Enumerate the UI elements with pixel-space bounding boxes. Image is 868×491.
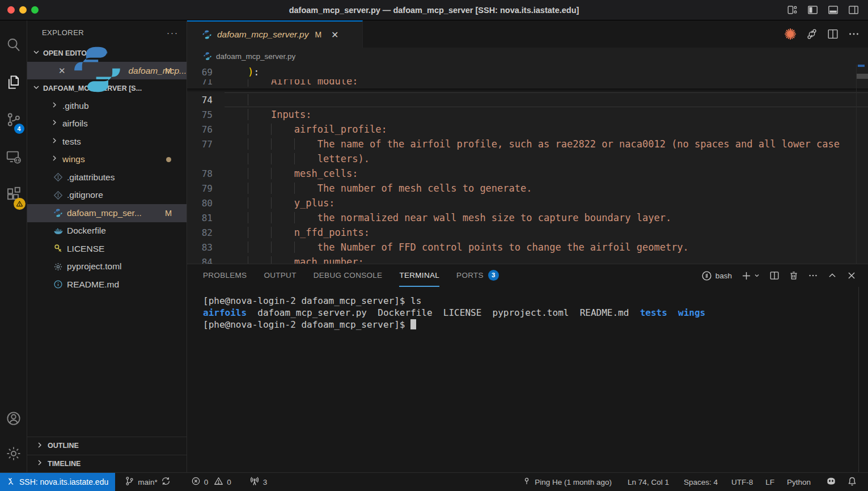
- timeline-section-header[interactable]: TIMELINE: [27, 455, 187, 473]
- line-number: 82: [187, 227, 225, 238]
- breadcrumb[interactable]: dafoam_mcp_server.py: [187, 48, 868, 65]
- split-editor-icon[interactable]: [827, 28, 839, 40]
- tree-item-airfoils[interactable]: airfoils: [27, 115, 187, 133]
- blame-commit-icon: [522, 477, 531, 488]
- editor-tab[interactable]: dafoam_mcp_server.py M ✕: [187, 20, 363, 48]
- new-terminal-button[interactable]: [741, 270, 760, 281]
- panel-tab-terminal[interactable]: TERMINAL: [399, 264, 439, 287]
- shell-label: bash: [715, 272, 732, 280]
- terminal[interactable]: [phe@nova-login-2 dafoam_mcp_server]$ ls…: [187, 287, 868, 472]
- split-terminal-icon[interactable]: [769, 270, 780, 281]
- problems-indicator[interactable]: 0 0: [186, 473, 236, 491]
- toggle-secondary-sidebar-icon[interactable]: [848, 5, 859, 15]
- line-number: 71: [187, 79, 225, 87]
- code-line-80: 80 y_plus:: [187, 196, 868, 210]
- remote-indicator[interactable]: SSH: nova.its.iastate.edu: [0, 473, 115, 491]
- tree-item-label: tests: [62, 137, 81, 147]
- panel-more-actions-icon[interactable]: [808, 270, 818, 281]
- remote-explorer-view-button[interactable]: [0, 139, 27, 177]
- modified-region-marker: [858, 65, 865, 67]
- tree-item-readme-md[interactable]: README.md: [27, 276, 187, 294]
- tree-item-wings[interactable]: wings: [27, 151, 187, 169]
- copilot-icon: [825, 476, 837, 489]
- tree-item-dockerfile[interactable]: Dockerfile: [27, 222, 187, 240]
- code-line-83: 83 the Number of FFD control points to c…: [187, 240, 868, 255]
- ports-indicator[interactable]: 3: [244, 473, 273, 491]
- notifications-indicator[interactable]: [842, 473, 862, 491]
- explorer-more-actions-icon[interactable]: ···: [167, 28, 179, 37]
- tree-item-label: Dockerfile: [67, 226, 106, 236]
- close-panel-icon[interactable]: [846, 270, 857, 281]
- scrollbar-thumb[interactable]: [857, 74, 868, 79]
- panel-tab-debug-console[interactable]: DEBUG CONSOLE: [314, 264, 383, 287]
- file-tree: .githubairfoilstestswings.gitattributes.…: [27, 97, 187, 294]
- code-editor[interactable]: 69 ): 71 Airfoil module: 74 75 Inputs:76…: [187, 65, 868, 264]
- indentation-indicator[interactable]: Spaces: 4: [679, 473, 723, 491]
- encoding-indicator[interactable]: UTF-8: [726, 473, 758, 491]
- tree-item--gitattributes[interactable]: .gitattributes: [27, 168, 187, 187]
- cursor-position-indicator[interactable]: Ln 74, Col 1: [623, 473, 674, 491]
- open-editor-item[interactable]: ✕ dafoam_mcp... M: [27, 62, 187, 79]
- sync-icon[interactable]: [161, 476, 171, 488]
- python-icon: [202, 29, 212, 40]
- customize-layout-icon[interactable]: [787, 5, 798, 15]
- kill-terminal-icon[interactable]: [789, 270, 799, 281]
- tree-item--github[interactable]: .github: [27, 97, 187, 115]
- breadcrumb-filename: dafoam_mcp_server.py: [216, 52, 295, 61]
- key-icon: [53, 244, 63, 253]
- search-view-button[interactable]: [0, 27, 27, 65]
- branch-indicator[interactable]: main*: [120, 473, 176, 491]
- code-line-81: 81 the normalized near wall mesh size to…: [187, 210, 868, 225]
- chevron-right-icon: [50, 136, 59, 147]
- panel-tab-output[interactable]: OUTPUT: [264, 264, 296, 287]
- tree-item-dafoam-mcp-ser-[interactable]: dafoam_mcp_ser...M: [27, 204, 187, 222]
- info-icon: [53, 280, 63, 289]
- terminal-scrollbar[interactable]: [858, 287, 859, 472]
- bottom-panel: PROBLEMSOUTPUTDEBUG CONSOLETERMINALPORTS…: [187, 264, 868, 472]
- tree-item-license[interactable]: LICENSE: [27, 240, 187, 258]
- tree-item-label: .github: [62, 101, 89, 111]
- close-window-button[interactable]: [7, 6, 15, 14]
- git-blame-indicator[interactable]: Ping He (1 month ago): [517, 473, 617, 491]
- tree-item-label: pyproject.toml: [67, 261, 121, 272]
- eol-indicator[interactable]: LF: [760, 473, 780, 491]
- zoom-window-button[interactable]: [31, 6, 39, 14]
- minimize-window-button[interactable]: [19, 6, 27, 14]
- explorer-view-button[interactable]: [0, 65, 27, 102]
- ports-count-badge: 3: [488, 270, 499, 281]
- line-number: 81: [187, 213, 225, 223]
- starburst-extension-icon[interactable]: [784, 27, 797, 41]
- extensions-view-button[interactable]: [0, 177, 27, 214]
- open-editor-filename: dafoam_mcp...: [128, 66, 187, 76]
- line-number: 77: [187, 139, 225, 150]
- modified-badge: M: [165, 209, 172, 218]
- outline-section-header[interactable]: OUTLINE: [27, 437, 187, 455]
- language-mode-indicator[interactable]: Python: [782, 473, 816, 491]
- accounts-button[interactable]: [0, 402, 27, 437]
- toggle-sidebar-icon[interactable]: [807, 5, 818, 15]
- panel-tab-label: PROBLEMS: [203, 271, 247, 280]
- more-actions-icon[interactable]: [848, 28, 860, 40]
- panel-tab-ports[interactable]: PORTS3: [456, 264, 499, 287]
- editor-scrollbar[interactable]: [856, 65, 868, 264]
- tree-item-tests[interactable]: tests: [27, 133, 187, 151]
- tree-item-label: .gitignore: [67, 190, 103, 200]
- tree-item--gitignore[interactable]: .gitignore: [27, 187, 187, 205]
- toggle-panel-icon[interactable]: [828, 5, 839, 15]
- maximize-panel-icon[interactable]: [827, 270, 837, 281]
- terminal-shell-selector[interactable]: bash: [701, 270, 732, 281]
- editor-tab-bar: dafoam_mcp_server.py M ✕: [187, 20, 868, 48]
- code-line-78: 78 mesh_cells:: [187, 166, 868, 181]
- tree-item-pyproject-toml[interactable]: pyproject.toml: [27, 258, 187, 276]
- gear-icon: [5, 445, 22, 464]
- editor-toolbar: [784, 20, 868, 48]
- close-editor-icon[interactable]: ✕: [58, 66, 66, 76]
- manage-button[interactable]: [0, 437, 27, 472]
- source-control-view-button[interactable]: 4: [0, 102, 27, 139]
- copilot-indicator[interactable]: [820, 473, 842, 491]
- panel-tab-problems[interactable]: PROBLEMS: [203, 264, 247, 287]
- close-tab-icon[interactable]: ✕: [331, 29, 338, 40]
- open-changes-icon[interactable]: [806, 28, 818, 40]
- panel-tab-label: PORTS: [456, 271, 484, 280]
- line-number: 76: [187, 124, 225, 135]
